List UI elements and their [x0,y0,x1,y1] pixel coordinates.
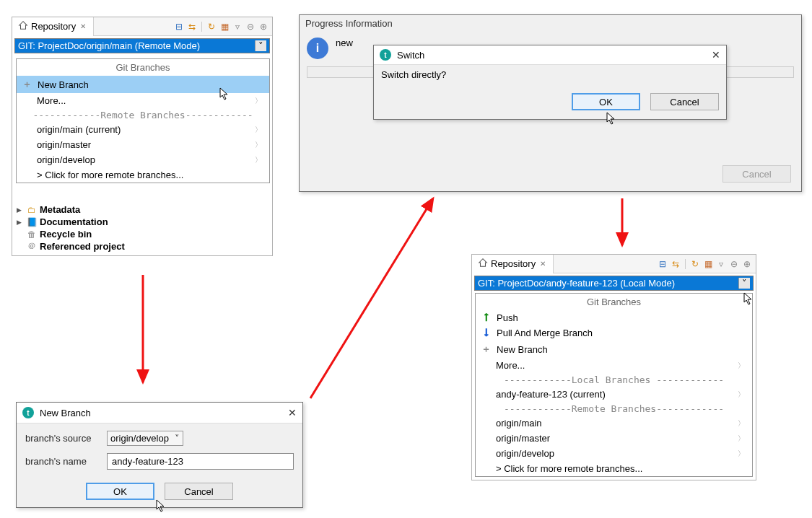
repository-tab[interactable]: Repository ✕ [12,17,94,36]
close-icon[interactable]: ✕ [79,22,87,30]
repo-tree: ▶ 🗀 Metadata ▶ 📘 Documentation 🗑 Recycle… [12,201,272,255]
chevron-right-icon: 〉 [738,434,745,444]
branch-menu: Git Branches ＋ New Branch More... 〉 ----… [16,58,270,183]
arrow-down-icon: 🠗 [481,328,491,338]
menu-origin-develop[interactable]: origin/develop 〉 [476,446,752,461]
chevron-right-icon: 〉 [255,140,262,150]
link-editor-icon[interactable]: ⇆ [186,21,198,32]
switch-titlebar: t Switch ✕ [374,45,726,65]
menu-more-remote[interactable]: > Click for more remote branches... [476,461,752,476]
close-icon[interactable]: ✕ [712,49,720,61]
branch-selector[interactable]: GIT: ProjectDoc/andy-feature-123 (Local … [474,276,754,291]
menu-item-label: New Branch [497,344,548,355]
tree-item-referenced[interactable]: ＠ Referenced project [17,240,268,253]
close-icon[interactable]: ✕ [288,407,297,418]
local-branches-separator: ------------Local Branches ------------ [476,373,752,387]
switch-dialog: t Switch ✕ Switch directly? OK Cancel [373,45,727,120]
tree-item-recycle[interactable]: 🗑 Recycle bin [17,228,268,240]
menu-push[interactable]: 🠕 Push [476,310,752,325]
collapse-all-icon[interactable]: ⊟ [657,258,668,270]
branch-selector-text: GIT: ProjectDoc/origin/main (Remote Mode… [18,40,200,51]
cursor-icon [156,499,167,514]
cursor-icon [743,292,755,307]
menu-new-branch[interactable]: ＋ New Branch [476,341,752,358]
expand-icon[interactable]: ▶ [17,219,24,226]
menu-origin-main[interactable]: origin/main (current) 〉 [17,122,269,137]
button-label: Cancel [670,97,699,107]
menu-origin-main[interactable]: origin/main 〉 [476,416,752,431]
button-label: OK [599,97,613,107]
menu-more[interactable]: More... 〉 [476,358,752,373]
tree-item-label: Referenced project [40,241,125,252]
branch-selector[interactable]: GIT: ProjectDoc/origin/main (Remote Mode… [14,38,270,53]
chevron-right-icon: 〉 [738,361,745,371]
button-label: Cancel [184,486,213,497]
tree-item-label: Documentation [40,216,108,227]
maximize-icon[interactable]: ⊕ [741,258,753,270]
app-icon: t [22,407,34,418]
link-editor-icon[interactable]: ⇆ [670,258,681,270]
new-branch-ok-button[interactable]: OK [86,483,154,500]
progress-cancel-button[interactable]: Cancel [722,165,791,183]
tree-item-label: Metadata [40,204,80,215]
tree-item-label: Recycle bin [40,229,92,240]
grid-icon[interactable]: ▦ [702,258,714,270]
expand-icon[interactable]: ▶ [17,206,24,214]
view-menu-icon[interactable]: ▿ [232,21,243,32]
menu-item-label: > Click for more remote branches... [496,463,642,474]
branch-selector-text: GIT: ProjectDoc/andy-feature-123 (Local … [478,278,675,289]
plus-icon: ＋ [22,78,32,91]
close-icon[interactable]: ✕ [538,260,547,268]
maximize-icon[interactable]: ⊕ [258,21,269,32]
dialog-title: New Branch [40,408,91,418]
refresh-icon[interactable]: ↻ [206,21,217,32]
branch-menu-title: Git Branches [476,294,752,310]
refresh-icon[interactable]: ↻ [689,258,701,270]
menu-item-label: origin/main [496,418,542,429]
menu-item-label: origin/develop [496,448,554,459]
tree-item-metadata[interactable]: ▶ 🗀 Metadata [17,203,268,216]
chevron-down-icon: ˅ [738,278,750,289]
svg-line-1 [310,198,433,398]
menu-item-label: > Click for more remote branches... [37,170,183,180]
branch-name-input[interactable] [107,453,294,470]
menu-origin-master[interactable]: origin/master 〉 [17,137,269,152]
view-menu-icon[interactable]: ▿ [715,258,727,270]
chevron-right-icon: 〉 [738,449,745,459]
panel-toolbar: ⊟ ⇆ ↻ ▦ ▿ ⊖ ⊕ [657,258,756,270]
arrow-up-icon: 🠕 [481,312,491,323]
folder-icon: 🗀 [27,205,37,215]
switch-message: Switch directly? [381,69,719,80]
menu-origin-master[interactable]: origin/master 〉 [476,431,752,446]
menu-new-branch[interactable]: ＋ New Branch [17,76,269,93]
trash-icon: 🗑 [27,229,37,240]
collapse-all-icon[interactable]: ⊟ [173,21,185,32]
repository-tab-label: Repository [31,21,76,32]
menu-item-label: origin/develop [37,154,95,165]
select-value: origin/develop [110,433,169,444]
switch-cancel-button[interactable]: Cancel [650,93,719,110]
menu-more-remote[interactable]: > Click for more remote branches... [17,167,269,183]
source-select[interactable]: origin/develop ˅ [107,431,183,446]
menu-item-label: Push [497,312,518,323]
chevron-right-icon: 〉 [738,418,745,429]
repository-tab[interactable]: Repository ✕ [472,255,554,273]
tree-item-documentation[interactable]: ▶ 📘 Documentation [17,216,268,228]
toolbar-separator [201,22,202,32]
menu-origin-develop[interactable]: origin/develop 〉 [17,152,269,167]
menu-item-label: origin/master [496,433,550,444]
switch-ok-button[interactable]: OK [572,93,640,110]
menu-item-label: origin/master [37,139,91,150]
home-icon [478,258,488,270]
menu-more[interactable]: More... 〉 [17,93,269,108]
grid-icon[interactable]: ▦ [219,21,230,32]
menu-pull-merge[interactable]: 🠗 Pull And Merge Branch [476,325,752,341]
minimize-icon[interactable]: ⊖ [245,21,256,32]
menu-local-current[interactable]: andy-feature-123 (current) 〉 [476,387,752,402]
remote-branches-separator: ------------Remote Branches------------ [476,402,752,416]
progress-title: Progress Information [300,15,801,32]
minimize-icon[interactable]: ⊖ [728,258,740,270]
new-branch-cancel-button[interactable]: Cancel [165,483,233,500]
chevron-right-icon: 〉 [255,155,262,165]
menu-item-label: andy-feature-123 (current) [496,389,606,400]
